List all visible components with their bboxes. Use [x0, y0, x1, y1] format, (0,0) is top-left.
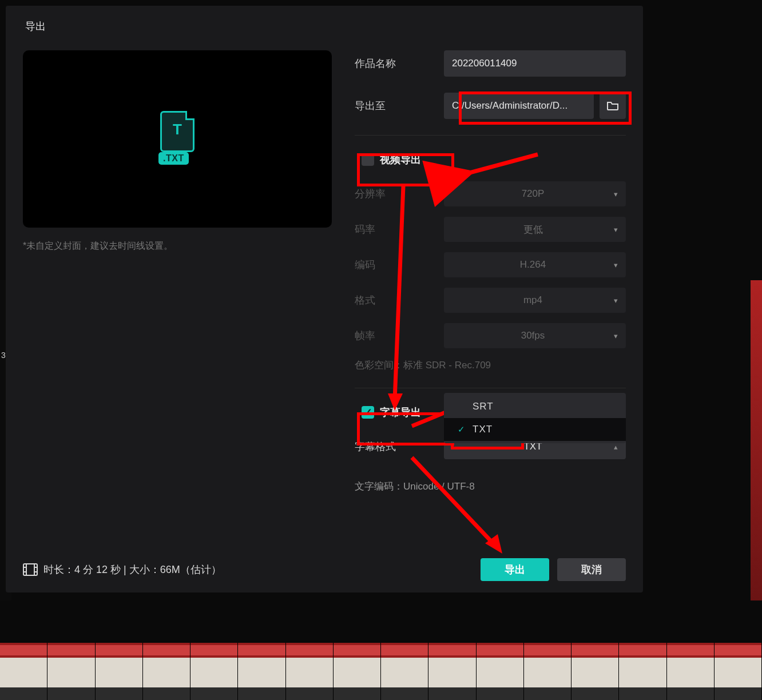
preview-thumbnail: T .TXT [23, 50, 332, 228]
project-name-label: 作品名称 [355, 57, 428, 70]
folder-icon [606, 101, 619, 111]
resolution-label: 分辨率 [355, 187, 428, 201]
subtitle-export-label: 字幕导出 [380, 405, 421, 419]
cover-note: *未自定义封面，建议去时间线设置。 [23, 240, 332, 252]
encoding-text: 文字编码：Unicode / UTF-8 [355, 480, 626, 493]
export-path-field[interactable]: C:/Users/Administrator/D... [444, 93, 594, 119]
chevron-down-icon: ▾ [614, 225, 618, 234]
project-name-input[interactable] [444, 50, 626, 77]
dropdown-option-srt[interactable]: SRT [444, 395, 626, 418]
fps-select: 30fps ▾ [444, 323, 626, 348]
checkbox-checked-icon: ✓ [362, 406, 374, 419]
background-timeline [0, 643, 762, 700]
film-icon [23, 563, 38, 576]
divider [355, 388, 626, 388]
codec-select: H.264 ▾ [444, 252, 626, 277]
subtitle-format-label: 字幕格式 [355, 440, 428, 454]
cancel-button[interactable]: 取消 [557, 558, 626, 581]
codec-label: 编码 [355, 258, 428, 272]
checkbox-unchecked-icon [362, 153, 374, 166]
fps-label: 帧率 [355, 329, 428, 343]
chevron-down-icon: ▾ [614, 296, 618, 305]
export-dialog: 导出 T .TXT *未自定义封面，建议去时间线设置。 作品名称 [6, 6, 643, 592]
bitrate-label: 码率 [355, 222, 428, 236]
subtitle-export-toggle[interactable]: ✓ 字幕导出 [355, 401, 428, 424]
export-path-label: 导出至 [355, 99, 428, 113]
footer-meta: 时长：4 分 12 秒 | 大小：66M（估计） [43, 563, 221, 576]
divider [355, 135, 626, 136]
dialog-title: 导出 [25, 19, 626, 33]
dropdown-option-txt[interactable]: ✓ TXT [444, 418, 626, 441]
video-export-toggle[interactable]: 视频导出 [355, 148, 428, 171]
resolution-select: 720P ▾ [444, 181, 626, 206]
export-button[interactable]: 导出 [481, 558, 549, 581]
chevron-down-icon: ▾ [614, 261, 618, 269]
bitrate-select: 更低 ▾ [444, 217, 626, 242]
video-export-label: 视频导出 [380, 153, 421, 166]
chevron-down-icon: ▾ [614, 190, 618, 198]
format-label: 格式 [355, 293, 428, 307]
chevron-down-icon: ▾ [614, 332, 618, 340]
colorspace-text: 色彩空间：标准 SDR - Rec.709 [355, 359, 626, 372]
browse-folder-button[interactable] [600, 93, 626, 119]
chevron-up-icon: ▴ [614, 443, 618, 451]
subtitle-format-dropdown: SRT ✓ TXT [444, 393, 626, 443]
txt-file-icon: T .TXT [155, 111, 200, 167]
format-select: mp4 ▾ [444, 288, 626, 313]
background-strip-right [751, 280, 762, 600]
svg-rect-0 [23, 564, 37, 575]
